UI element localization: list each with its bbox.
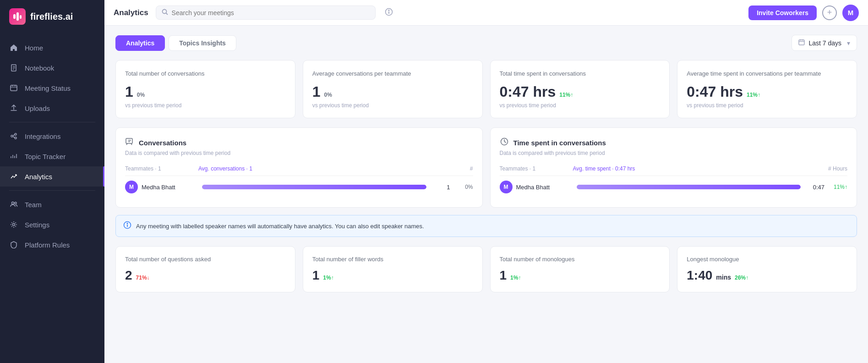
avatar[interactable]: M: [842, 5, 859, 21]
stat-card-avg-time: Average time spent in conversations per …: [677, 60, 857, 118]
sidebar-item-integrations[interactable]: Integrations: [0, 126, 104, 146]
sidebar-item-settings[interactable]: Settings: [0, 214, 104, 235]
conversations-chart-subtitle: Data is compared with previous time peri…: [125, 150, 473, 156]
svg-point-25: [162, 10, 166, 14]
bottom-stat-card-longest-monologue: Longest monologue 1:40 mins 26%↑: [677, 246, 857, 292]
notebook-icon: [9, 63, 18, 72]
bottom-stat-filler-value: 1: [312, 268, 320, 283]
stat-card-total-conversations: Total number of conversations 1 0% vs pr…: [115, 60, 295, 118]
stat-card-avg-time-value-row: 0:47 hrs 11%↑: [687, 83, 847, 100]
bottom-stat-longest-value-row: 1:40 mins 26%↑: [687, 268, 847, 283]
stat-cards-row: Total number of conversations 1 0% vs pr…: [115, 60, 857, 118]
stat-card-avg-time-subtitle: vs previous time period: [687, 102, 847, 109]
sidebar-item-uploads[interactable]: Uploads: [0, 98, 104, 118]
conversations-col-num: #: [455, 165, 473, 172]
bottom-stat-monologues-value: 1: [500, 268, 507, 283]
settings-icon: [9, 220, 18, 229]
sidebar-item-integrations-label: Integrations: [25, 132, 60, 140]
conversations-col-teammates: Teammates · 1: [125, 165, 198, 172]
sidebar-item-settings-label: Settings: [25, 221, 49, 229]
tabs-row: Analytics Topics Insights Last 7 days ▾: [115, 35, 857, 51]
stat-card-avg-conversations: Average conversations per teammate 1 0% …: [303, 60, 483, 118]
bottom-stat-questions-badge: 71%↓: [136, 275, 150, 281]
bottom-stat-card-monologues: Total number of monologues 1 1%↑: [490, 246, 670, 292]
conversations-chart-icon: [125, 137, 134, 148]
info-banner-text: Any meeting with labelled speaker names …: [136, 223, 424, 230]
invite-coworkers-button[interactable]: Invite Coworkers: [748, 6, 817, 20]
search-bar[interactable]: [156, 6, 376, 20]
person-name: Medha Bhatt: [516, 184, 571, 191]
svg-point-12: [15, 133, 16, 135]
add-button[interactable]: +: [822, 6, 837, 20]
bottom-stat-monologues-value-row: 1 1%↑: [500, 268, 661, 283]
stat-card-avg-time-title: Average time spent in conversations per …: [687, 70, 847, 78]
header: Analytics Invite Coworkers + M: [104, 0, 868, 26]
conversations-chart: Conversations Data is compared with prev…: [115, 127, 483, 208]
stat-card-total-time-title: Total time spent in conversations: [500, 70, 661, 78]
svg-rect-30: [799, 40, 804, 45]
svg-line-14: [13, 135, 15, 136]
bottom-stat-questions-value-row: 2 71%↓: [125, 268, 286, 283]
tab-analytics[interactable]: Analytics: [115, 35, 165, 51]
search-input[interactable]: [172, 9, 370, 16]
sidebar-item-platform-rules[interactable]: Platform Rules: [0, 235, 104, 255]
bottom-stat-longest-unit: mins: [716, 274, 731, 281]
bar-container: [577, 185, 801, 189]
svg-rect-1: [16, 12, 19, 21]
sidebar-item-meeting-status-label: Meeting Status: [25, 84, 71, 92]
svg-rect-0: [13, 14, 16, 19]
chart-row: Conversations Data is compared with prev…: [115, 127, 857, 208]
content-area: Analytics Topics Insights Last 7 days ▾ …: [104, 26, 868, 363]
time-spent-chart: Time spent in conversations Data is comp…: [490, 127, 857, 208]
chevron-down-icon: ▾: [847, 39, 850, 47]
bottom-stat-card-filler: Total number of filler words 1 1%↑: [303, 246, 483, 292]
time-spent-chart-subtitle: Data is compared with previous time peri…: [500, 150, 848, 156]
time-spent-chart-header: Time spent in conversations: [500, 137, 848, 148]
sidebar-item-topic-tracker[interactable]: Topic Tracker: [0, 146, 104, 166]
stat-card-total-conversations-badge: 0%: [137, 92, 145, 98]
svg-point-13: [15, 137, 16, 139]
svg-line-15: [13, 137, 15, 138]
date-filter[interactable]: Last 7 days ▾: [792, 35, 857, 51]
stat-card-total-time-badge: 11%↑: [559, 92, 573, 98]
info-icon: [385, 8, 393, 18]
sidebar-item-analytics[interactable]: Analytics: [0, 166, 104, 187]
col-pct-val: 11%↑: [824, 184, 847, 190]
team-icon: [9, 200, 18, 209]
svg-point-29: [388, 10, 389, 11]
sidebar-item-analytics-label: Analytics: [25, 173, 52, 181]
sidebar-item-topic-tracker-label: Topic Tracker: [25, 153, 66, 160]
stat-card-total-conversations-subtitle: vs previous time period: [125, 102, 286, 109]
date-filter-label: Last 7 days: [808, 39, 841, 47]
time-spent-chart-icon: [500, 137, 509, 148]
tab-topics-insights[interactable]: Topics Insights: [169, 35, 236, 51]
sidebar-divider-2: [9, 190, 95, 191]
svg-point-11: [11, 135, 13, 137]
sidebar-item-team[interactable]: Team: [0, 194, 104, 214]
sidebar-item-notebook[interactable]: Notebook: [0, 58, 104, 78]
sidebar-item-meeting-status[interactable]: Meeting Status: [0, 78, 104, 98]
bottom-stat-longest-title: Longest monologue: [687, 256, 847, 263]
time-spent-table-header: Teammates · 1 Avg. time spent · 0:47 hrs…: [500, 164, 848, 176]
col-num-val: 0:47: [806, 184, 824, 191]
logo[interactable]: fireflies.ai: [0, 0, 104, 33]
time-col-teammates: Teammates · 1: [500, 165, 573, 172]
bottom-stat-monologues-badge: 1%↑: [510, 275, 521, 281]
conversations-table-header: Teammates · 1 Avg. conversations · 1 #: [125, 164, 473, 176]
svg-rect-2: [20, 15, 22, 19]
bottom-stat-filler-title: Total number of filler words: [312, 256, 473, 263]
svg-line-41: [504, 142, 506, 143]
time-col-avg: Avg. time spent · 0:47 hrs: [573, 165, 820, 172]
table-row: M Medha Bhatt 1 0%: [125, 176, 473, 198]
stat-card-avg-conversations-title: Average conversations per teammate: [312, 70, 473, 78]
tabs: Analytics Topics Insights: [115, 35, 236, 51]
logo-icon: [9, 8, 26, 25]
bottom-stat-questions-title: Total number of questions asked: [125, 256, 286, 263]
sidebar-item-team-label: Team: [25, 201, 42, 209]
stat-card-avg-time-value: 0:47 hrs: [687, 83, 743, 100]
analytics-icon: [9, 172, 18, 181]
sidebar-item-home[interactable]: Home: [0, 38, 104, 58]
bottom-stat-card-questions: Total number of questions asked 2 71%↓: [115, 246, 295, 292]
bottom-stat-questions-value: 2: [125, 268, 132, 283]
bar-fill: [202, 185, 426, 189]
